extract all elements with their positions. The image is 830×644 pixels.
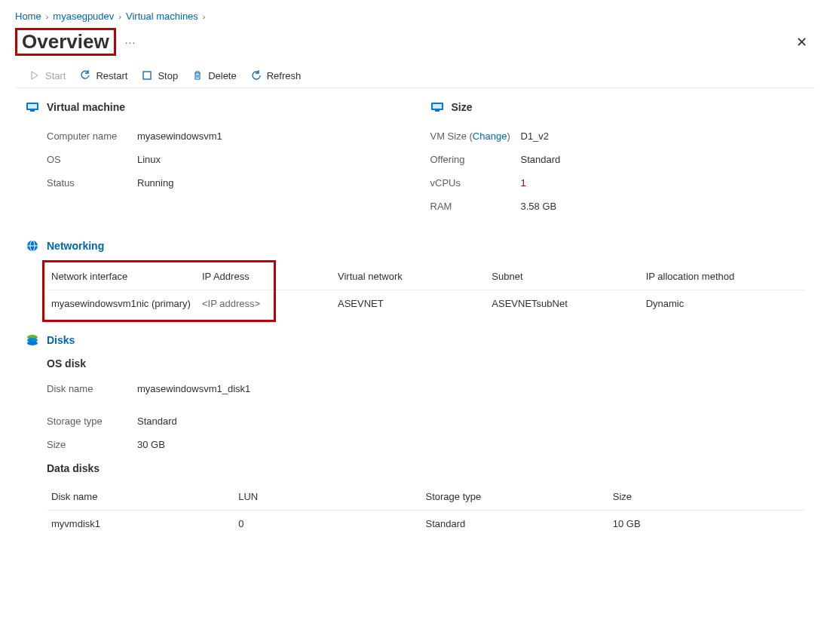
play-icon bbox=[29, 69, 41, 81]
col-size: Size bbox=[613, 491, 800, 502]
delete-label: Delete bbox=[208, 70, 237, 81]
vmsize-value: D1_v2 bbox=[521, 130, 550, 142]
disks-section-heading[interactable]: Disks bbox=[26, 333, 804, 347]
data-disk-size: 10 GB bbox=[613, 518, 800, 529]
col-lun: LUN bbox=[238, 491, 425, 502]
networking-icon bbox=[26, 239, 39, 253]
stop-icon bbox=[141, 69, 153, 81]
breadcrumb: Home › myasegpudev › Virtual machines › bbox=[8, 8, 822, 25]
refresh-icon bbox=[250, 69, 262, 81]
data-disk-table-header: Disk name LUN Storage type Size bbox=[47, 483, 804, 511]
chevron-right-icon: › bbox=[118, 12, 121, 21]
svg-rect-6 bbox=[435, 110, 440, 112]
breadcrumb-section[interactable]: Virtual machines bbox=[126, 11, 198, 22]
breadcrumb-resource[interactable]: myasegpudev bbox=[53, 11, 114, 22]
svg-rect-5 bbox=[433, 104, 442, 109]
start-button: Start bbox=[29, 69, 66, 81]
toolbar: Start Restart Stop Delete Refresh bbox=[15, 63, 815, 88]
col-subnet: Subnet bbox=[492, 271, 645, 282]
size-heading-label: Size bbox=[452, 101, 473, 113]
network-table-row: myasewindowsvm1nic (primary) <IP address… bbox=[47, 290, 804, 317]
size-section-heading: Size bbox=[430, 100, 805, 114]
start-label: Start bbox=[45, 70, 66, 81]
network-table-header: Network interface IP Address Virtual net… bbox=[47, 263, 804, 290]
os-label: OS bbox=[47, 154, 137, 165]
nic-value: myasewindowsvm1nic (primary) bbox=[51, 298, 202, 309]
disks-icon bbox=[26, 333, 39, 347]
storage-type-value: Standard bbox=[137, 416, 177, 427]
disk-name-value: myasewindowsvm1_disk1 bbox=[137, 383, 250, 394]
os-value: Linux bbox=[137, 154, 161, 165]
col-nic: Network interface bbox=[51, 271, 202, 282]
col-vnet: Virtual network bbox=[338, 271, 492, 282]
vcpus-label: vCPUs bbox=[430, 177, 521, 189]
vmsize-label: VM Size (Change) bbox=[430, 130, 521, 142]
stop-label: Stop bbox=[158, 70, 178, 81]
vm-heading-label: Virtual machine bbox=[47, 101, 125, 113]
ram-label: RAM bbox=[430, 201, 521, 212]
restart-button[interactable]: Restart bbox=[79, 69, 127, 81]
status-value: Running bbox=[137, 177, 173, 189]
status-label: Status bbox=[47, 177, 137, 189]
vm-icon bbox=[26, 100, 39, 114]
data-disk-name: myvmdisk1 bbox=[51, 518, 238, 529]
breadcrumb-home[interactable]: Home bbox=[15, 11, 41, 22]
data-disks-heading: Data disks bbox=[47, 462, 804, 474]
ram-value: 3.58 GB bbox=[521, 201, 557, 212]
data-disk-row: myvmdisk1 0 Standard 10 GB bbox=[47, 511, 804, 537]
vcpus-value: 1 bbox=[521, 177, 526, 189]
chevron-right-icon: › bbox=[203, 12, 206, 21]
close-icon[interactable]: ✕ bbox=[789, 31, 815, 54]
storage-type-label: Storage type bbox=[47, 416, 137, 427]
computer-name-value: myasewindowsvm1 bbox=[137, 130, 222, 142]
networking-heading-label: Networking bbox=[47, 240, 104, 252]
more-icon[interactable]: ··· bbox=[125, 36, 136, 48]
svg-rect-0 bbox=[143, 72, 151, 79]
size-label: Size bbox=[47, 439, 137, 450]
size-value: 30 GB bbox=[137, 439, 165, 450]
restart-label: Restart bbox=[96, 70, 127, 81]
networking-section-heading[interactable]: Networking bbox=[26, 239, 804, 253]
col-disk-name: Disk name bbox=[51, 491, 238, 502]
col-alloc: IP allocation method bbox=[646, 271, 800, 282]
delete-icon bbox=[191, 69, 204, 81]
subnet-value: ASEVNETsubNet bbox=[492, 298, 645, 309]
disks-heading-label: Disks bbox=[47, 334, 75, 346]
vnet-value: ASEVNET bbox=[338, 298, 492, 309]
stop-button[interactable]: Stop bbox=[141, 69, 178, 81]
delete-button[interactable]: Delete bbox=[191, 69, 237, 81]
offering-value: Standard bbox=[521, 154, 561, 165]
col-ip: IP Address bbox=[202, 271, 338, 282]
computer-name-label: Computer name bbox=[47, 130, 137, 142]
ip-value: <IP address> bbox=[202, 298, 338, 309]
restart-icon bbox=[79, 69, 91, 81]
disk-name-label: Disk name bbox=[47, 383, 137, 394]
page-title: Overview bbox=[15, 28, 116, 56]
vm-section-heading: Virtual machine bbox=[26, 100, 400, 114]
data-disk-storage: Standard bbox=[426, 518, 613, 529]
alloc-value: Dynamic bbox=[646, 298, 800, 309]
data-disk-lun: 0 bbox=[238, 518, 425, 529]
svg-rect-3 bbox=[30, 110, 35, 112]
svg-rect-2 bbox=[28, 104, 37, 109]
size-icon bbox=[430, 100, 444, 114]
refresh-label: Refresh bbox=[267, 70, 302, 81]
refresh-button[interactable]: Refresh bbox=[250, 69, 302, 81]
chevron-right-icon: › bbox=[46, 12, 49, 21]
offering-label: Offering bbox=[430, 154, 521, 165]
os-disk-heading: OS disk bbox=[47, 357, 804, 370]
change-link[interactable]: Change bbox=[473, 130, 507, 142]
col-storage: Storage type bbox=[426, 491, 613, 502]
svg-point-12 bbox=[27, 341, 38, 345]
